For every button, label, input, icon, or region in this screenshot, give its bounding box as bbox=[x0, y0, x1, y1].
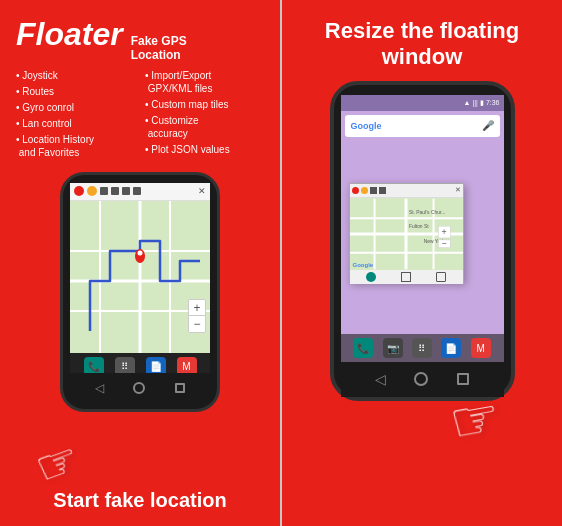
feature-accuracy: Customize accuracy bbox=[145, 114, 264, 140]
float-ctrl-play[interactable] bbox=[366, 272, 376, 282]
zoom-out-left[interactable]: − bbox=[189, 316, 205, 332]
app-subtitle: Fake GPS Location bbox=[131, 34, 187, 63]
float-icon-4 bbox=[379, 187, 386, 194]
phone-screen-left: ✕ bbox=[70, 183, 210, 373]
left-panel: Floater Fake GPS Location Joystick Route… bbox=[0, 0, 280, 526]
hand-cursor-right: ☞ bbox=[444, 383, 505, 456]
float-close-icon[interactable]: ✕ bbox=[455, 186, 461, 194]
phone-nav-left: ◁ bbox=[70, 373, 210, 403]
nav-recents-right bbox=[457, 373, 469, 385]
svg-text:Fulton St: Fulton St bbox=[408, 224, 428, 229]
phone-mockup-right: ▲ ||| ▮ 7:36 Google 🎤 bbox=[330, 81, 515, 401]
feature-history: Location History and Favorites bbox=[16, 133, 135, 159]
nav-recents-left bbox=[175, 383, 185, 393]
app-icon-gmail: M bbox=[177, 357, 197, 373]
float-ctrl-rec[interactable] bbox=[436, 272, 446, 282]
map-toolbar-left: ✕ bbox=[70, 183, 210, 201]
nav-home-right bbox=[414, 372, 428, 386]
float-icon-1 bbox=[352, 187, 359, 194]
app-title: Floater bbox=[16, 18, 123, 50]
nav-back-left: ◁ bbox=[95, 381, 104, 395]
nav-home-left bbox=[133, 382, 145, 394]
app-title-row: Floater Fake GPS Location bbox=[16, 18, 264, 63]
features-col-left: Joystick Routes Gyro conrol Lan control … bbox=[16, 69, 135, 162]
float-icon-3 bbox=[370, 187, 377, 194]
signal-icon: ||| bbox=[472, 99, 477, 106]
app-icons-row-right: 📞 📷 ⠿ 📄 M bbox=[341, 334, 504, 362]
zoom-controls-left: + − bbox=[188, 299, 206, 333]
feature-joystick: Joystick bbox=[16, 69, 135, 82]
app-icon-files-right: 📄 bbox=[441, 338, 461, 358]
toolbar-icon-6 bbox=[133, 187, 141, 195]
toolbar-icon-1 bbox=[74, 186, 84, 196]
feature-json: Plot JSON values bbox=[145, 143, 264, 156]
close-icon: ✕ bbox=[198, 186, 206, 196]
google-logo: Google bbox=[351, 121, 382, 131]
google-search-bar[interactable]: Google 🎤 bbox=[345, 115, 500, 137]
svg-text:−: − bbox=[441, 238, 446, 248]
feature-lan: Lan control bbox=[16, 117, 135, 130]
feature-import: Import/Export GPX/KML files bbox=[145, 69, 264, 95]
google-logo-small: Google bbox=[353, 262, 374, 268]
home-screen-bg: ✕ St. P bbox=[341, 141, 504, 357]
phone-mockup-left: ✕ bbox=[60, 172, 220, 412]
float-toolbar: ✕ bbox=[350, 184, 463, 198]
phone-screen-right: ▲ ||| ▮ 7:36 Google 🎤 bbox=[341, 95, 504, 362]
right-panel: Resize the floating window ▲ ||| ▮ 7:36 … bbox=[282, 0, 562, 526]
app-icon-dots-right: ⠿ bbox=[412, 338, 432, 358]
nav-back-right: ◁ bbox=[375, 371, 386, 387]
mic-icon: 🎤 bbox=[482, 120, 494, 131]
app-icons-row-left: 📞 ⠿ 📄 M bbox=[70, 353, 210, 373]
toolbar-icon-2 bbox=[87, 186, 97, 196]
float-icon-2 bbox=[361, 187, 368, 194]
app-icon-gmail-right: M bbox=[471, 338, 491, 358]
float-controls bbox=[350, 270, 463, 284]
toolbar-icon-4 bbox=[111, 187, 119, 195]
app-icon-phone-right: 📞 bbox=[353, 338, 373, 358]
float-map-area: St. Paul's Chur... Fulton St New York + … bbox=[350, 198, 463, 270]
features-col-right: Import/Export GPX/KML files Custom map t… bbox=[145, 69, 264, 162]
battery-icon: ▮ bbox=[480, 99, 484, 107]
app-icon-camera-right: 📷 bbox=[383, 338, 403, 358]
app-icon-dots: ⠿ bbox=[115, 357, 135, 373]
status-icons: ▲ ||| ▮ 7:36 bbox=[463, 99, 499, 107]
app-icon-files: 📄 bbox=[146, 357, 166, 373]
svg-text:+: + bbox=[441, 227, 446, 237]
feature-routes: Routes bbox=[16, 85, 135, 98]
android-status-bar: ▲ ||| ▮ 7:36 bbox=[341, 95, 504, 111]
float-ctrl-stop[interactable] bbox=[401, 272, 411, 282]
app-icon-phone: 📞 bbox=[84, 357, 104, 373]
feature-gyro: Gyro conrol bbox=[16, 101, 135, 114]
map-area-left: + − bbox=[70, 201, 210, 353]
features-row: Joystick Routes Gyro conrol Lan control … bbox=[16, 69, 264, 162]
toolbar-icon-3 bbox=[100, 187, 108, 195]
floating-map-window[interactable]: ✕ St. P bbox=[349, 183, 464, 283]
resize-title: Resize the floating window bbox=[325, 18, 519, 71]
toolbar-icon-5 bbox=[122, 187, 130, 195]
svg-point-8 bbox=[138, 250, 143, 255]
time-display: 7:36 bbox=[486, 99, 500, 106]
wifi-icon: ▲ bbox=[463, 99, 470, 106]
svg-text:St. Paul's Chur...: St. Paul's Chur... bbox=[408, 210, 444, 215]
feature-tiles: Custom map tiles bbox=[145, 98, 264, 111]
zoom-in-left[interactable]: + bbox=[189, 300, 205, 316]
